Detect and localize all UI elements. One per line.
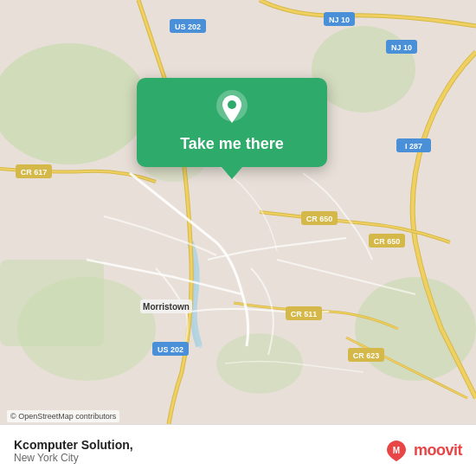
bottom-bar: Kcomputer Solution, New York City M moov… xyxy=(0,424,476,476)
svg-text:CR 511: CR 511 xyxy=(291,310,318,318)
svg-text:Morristown: Morristown xyxy=(143,302,190,312)
svg-text:US 202: US 202 xyxy=(175,23,201,31)
moovit-icon-svg: M xyxy=(384,439,408,463)
svg-text:CR 623: CR 623 xyxy=(353,351,380,360)
bottom-info: Kcomputer Solution, New York City xyxy=(14,438,133,464)
svg-text:CR 650: CR 650 xyxy=(374,237,401,246)
map-attribution: © OpenStreetMap contributors xyxy=(7,410,119,422)
pin-icon xyxy=(213,90,251,128)
svg-text:M: M xyxy=(393,446,400,455)
svg-point-31 xyxy=(228,100,236,109)
svg-text:I 287: I 287 xyxy=(405,142,422,151)
location-card[interactable]: Take me there xyxy=(137,78,327,167)
svg-text:US 202: US 202 xyxy=(158,345,183,354)
svg-text:CR 650: CR 650 xyxy=(306,215,333,223)
moovit-label: moovit xyxy=(414,441,462,460)
moovit-logo[interactable]: M moovit xyxy=(384,439,462,463)
svg-point-2 xyxy=(312,26,415,113)
svg-rect-6 xyxy=(0,260,104,346)
svg-text:NJ 10: NJ 10 xyxy=(329,16,350,24)
take-me-there-button[interactable]: Take me there xyxy=(180,135,284,153)
map-container: NJ 10 US 202 NJ 10 I 287 CR 617 CR 650 C… xyxy=(0,0,476,424)
map-svg: NJ 10 US 202 NJ 10 I 287 CR 617 CR 650 C… xyxy=(0,0,476,424)
svg-text:NJ 10: NJ 10 xyxy=(391,43,412,52)
svg-text:CR 617: CR 617 xyxy=(21,168,48,177)
location-city: New York City xyxy=(14,452,133,464)
location-name: Kcomputer Solution, xyxy=(14,438,133,452)
